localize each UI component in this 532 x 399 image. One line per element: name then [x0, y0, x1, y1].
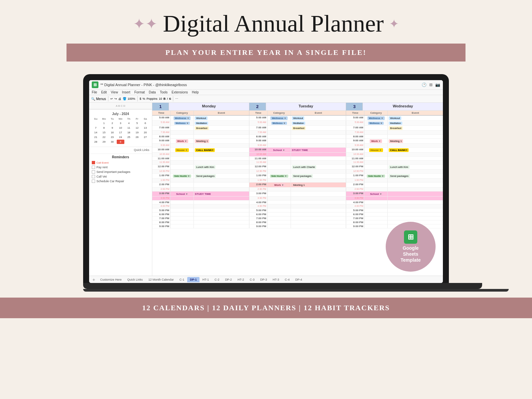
redo-icon[interactable]: ↪ [114, 97, 117, 100]
reminder-2-checkbox[interactable] [92, 166, 95, 169]
tab-c3[interactable]: C-3 [247, 277, 257, 282]
reminder-1: Call Event [92, 160, 149, 165]
time-900am-1: 9:00 AM [152, 139, 171, 143]
day-headers: 1 Monday Time Category Event [152, 103, 443, 116]
time-300pm-2: 3:00 PM [249, 192, 268, 196]
cat-100pm-3: Side Hustle ▼ [364, 174, 388, 178]
breakfast-event-1: Breakfast [195, 126, 209, 130]
time-1030am-2: 10:30 AM [249, 153, 268, 156]
row-700am: 7:00 AM Breakfast 7:00 AM [152, 126, 443, 131]
time-530am-3: 5:30 AM [346, 121, 364, 125]
reminder-1-checkbox[interactable] [92, 161, 95, 164]
print-icon[interactable]: 🖨 [118, 97, 121, 100]
row-530am: 5:30 AM Wellness ▼ Meditation [152, 121, 443, 126]
time-1100am-1: 11:00 AM [152, 157, 171, 160]
tab-12month[interactable]: 12 Month Calendar [146, 277, 177, 282]
menu-data[interactable]: Data [149, 90, 156, 94]
gs-titlebar: ⊞ ** Digital Annual Planner - PINK - @th… [89, 80, 443, 90]
menu-view[interactable]: View [111, 90, 118, 94]
reminder-4-text: Call Vet [96, 175, 107, 178]
study-time-event-mon: STUDY TIME [195, 193, 211, 196]
tab-c2[interactable]: C-2 [212, 277, 222, 282]
cat-1000am-1: House ▼ [171, 148, 194, 152]
sparkle-left-icon: ✦✦ [133, 15, 158, 33]
row-1000am: 10:00 AM House ▼ CALL BANK!! [152, 148, 443, 153]
tab-dp4[interactable]: DP-4 [293, 277, 305, 282]
font-name[interactable]: Poppins [147, 97, 158, 100]
meeting1-event-1: Meeting 1 [195, 139, 209, 143]
row-800pm: 8:00 PM 8:00 PM 8:00 PM [152, 220, 443, 224]
strikethrough-icon[interactable]: S [169, 97, 171, 100]
tab-dp1[interactable]: DP-1 [187, 277, 200, 282]
google-sheets-badge-icon: ⊞ [404, 230, 417, 244]
time-500am-3: 5:00 AM [346, 116, 364, 120]
time-100pm-3: 1:00 PM [346, 174, 364, 178]
menu-file[interactable]: File [92, 90, 97, 94]
time-300pm-1: 3:00 PM [152, 192, 171, 196]
cat-700am-1 [171, 126, 194, 130]
col-time-1: Time [152, 111, 171, 115]
cat-500am-2: Wellness ▼ [268, 116, 291, 120]
google-sheets-badge: ⊞ GoogleSheetsTemplate [386, 222, 436, 272]
menu-edit[interactable]: Edit [101, 90, 107, 94]
wellness-badge-2: Wellness ▼ [270, 116, 287, 120]
row-500pm: 5:00 PM 5:00 PM 5:00 PM [152, 208, 443, 212]
zoom-label: 100% [128, 97, 135, 100]
event-100pm-1: Send packages [194, 174, 249, 178]
menu-tools[interactable]: Tools [160, 90, 168, 94]
col-event-2: Event [291, 111, 346, 115]
cat-1000am-2: School ▼ [268, 148, 291, 152]
italic-icon[interactable]: I [167, 97, 168, 100]
more-tools[interactable]: ⋯ [175, 97, 178, 100]
reminder-1-text: Call Event [96, 161, 108, 164]
bold-icon[interactable]: B [163, 97, 166, 100]
row-1130am: 11:30 AM 11:30 AM 11:30 AM [152, 161, 443, 165]
time-1130am-2: 11:30 AM [249, 161, 268, 164]
row-430pm: 4:30 PM 4:30 PM 4:30 PM [152, 204, 443, 208]
tab-dp2[interactable]: DP-2 [222, 277, 235, 282]
gs-menubar: File Edit View Insert Format Data Tools … [89, 90, 443, 95]
row-500am: 5:00 AM Wellness ▼ Workout [152, 116, 443, 121]
time-730am-2: 7:30 AM [249, 131, 268, 134]
event-1200pm-1: Lunch with Kim [194, 165, 249, 169]
laptop-base [83, 283, 482, 289]
packages-event-2: Send packages [292, 174, 313, 178]
menu-insert[interactable]: Insert [122, 90, 130, 94]
wellness-badge-1: Wellness ▼ [174, 116, 191, 120]
tab-quicklinks[interactable]: Quick Links [125, 277, 146, 282]
time-1100am-2: 11:00 AM [249, 157, 268, 160]
menu-help[interactable]: Help [192, 90, 199, 94]
tab-customize[interactable]: Customize Here [97, 277, 124, 282]
col-cat-3: Category [364, 111, 388, 115]
tab-c1[interactable]: C-1 [177, 277, 187, 282]
reminder-3-text: Send important packages [96, 170, 130, 174]
present-icon[interactable]: ⊞ [429, 82, 433, 87]
menu-format[interactable]: Format [134, 90, 145, 94]
reminder-4-checkbox[interactable] [92, 175, 95, 178]
event-1000am-2: STUDY TIME [291, 148, 346, 152]
camera-icon[interactable]: 📷 [435, 82, 440, 87]
tab-dp3[interactable]: DP-3 [257, 277, 270, 282]
reminders-title: Reminders [92, 155, 149, 159]
tab-ht1[interactable]: HT-1 [200, 277, 212, 282]
tab-c4[interactable]: C-4 [282, 277, 292, 282]
row-col-indicator: A B C D [116, 104, 125, 107]
undo-icon[interactable]: ↩ [110, 97, 113, 100]
font-size[interactable]: 10 [159, 97, 162, 100]
menu-extensions[interactable]: Extensions [172, 90, 188, 94]
cat-1200pm-2 [268, 165, 291, 169]
lunch-kim-event-1: Lunch with Kim [195, 165, 215, 169]
wellness-badge-5: Wellness ▼ [271, 122, 287, 125]
tab-ht2[interactable]: HT-2 [235, 277, 247, 282]
add-sheet-button[interactable]: + [90, 277, 97, 282]
search-icon[interactable]: 🔍 Menus [91, 97, 106, 101]
paintbucket-icon[interactable]: 🪣 [123, 97, 126, 100]
history-icon[interactable]: 🕐 [422, 82, 427, 87]
reminder-3-checkbox[interactable] [92, 170, 95, 174]
cat-900am-3: Work ▼ [364, 139, 388, 143]
page-title: Digital Annual Planner [163, 10, 384, 38]
tab-ht3[interactable]: HT-3 [270, 277, 282, 282]
sidehustle-badge-1: Side Hustle ▼ [173, 175, 191, 178]
reminder-5-checkbox[interactable] [92, 180, 95, 183]
workout-event-2: Workout [292, 116, 305, 120]
